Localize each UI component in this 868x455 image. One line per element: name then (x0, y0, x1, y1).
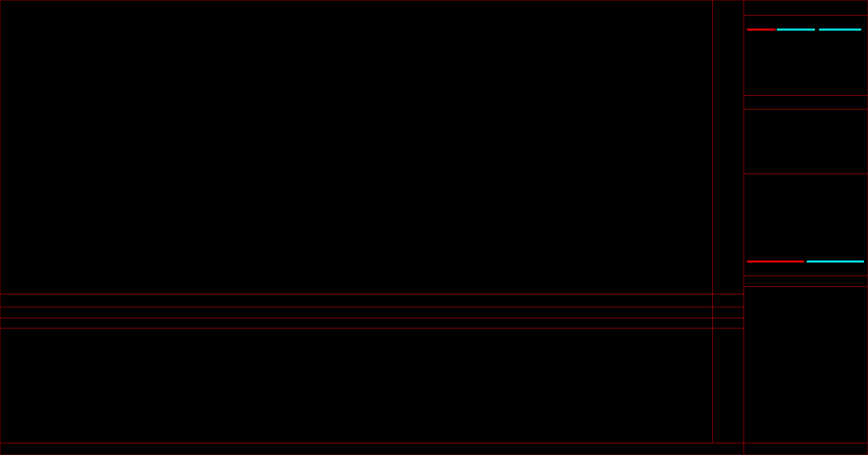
quote-tab-bar (744, 444, 867, 455)
trading-terminal (0, 0, 868, 455)
weibi-bar-cyan (777, 29, 815, 31)
neipan-bar (807, 260, 864, 263)
latest-row (744, 97, 867, 109)
stock-title (744, 2, 867, 13)
waipan-bar (747, 260, 804, 263)
quote-panel (744, 1, 867, 455)
weibi-row (744, 17, 867, 29)
price-axis (712, 1, 744, 443)
waipan-row (744, 264, 867, 275)
weicha-bar-cyan (819, 29, 861, 31)
weibi-bar-red (747, 29, 775, 31)
time-axis (1, 294, 712, 307)
